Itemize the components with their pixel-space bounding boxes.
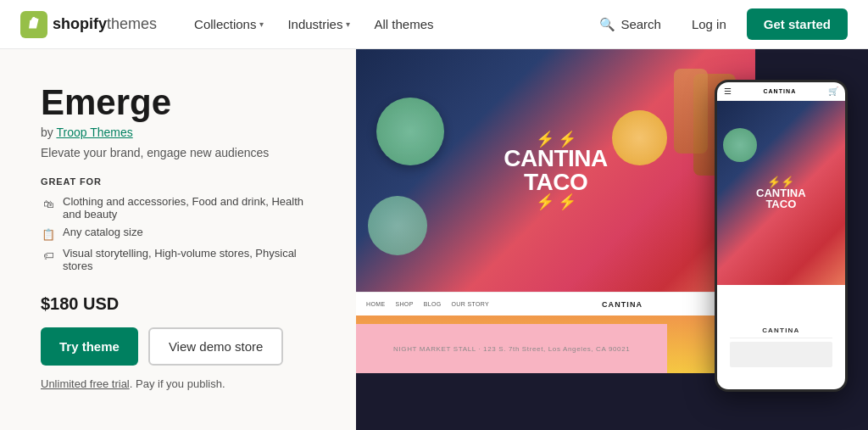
mobile-hero-text: ⚡⚡ CANTINA TACO: [756, 176, 806, 209]
theme-info-panel: Emerge by Troop Themes Elevate your bran…: [0, 49, 356, 430]
lightning-icon-bottom: ⚡ ⚡: [504, 194, 608, 209]
preview-container: ⚡ ⚡ CANTINA TACO ⚡ ⚡ NIGHT MARKET STALL …: [356, 49, 868, 430]
mobile-bottom: CANTINA: [717, 285, 845, 392]
login-button[interactable]: Log in: [678, 10, 740, 38]
nav-links: Collections ▾ Industries ▾ All themes: [184, 10, 589, 38]
food-decoration-bottle2: [674, 69, 708, 154]
mobile-hero: ⚡⚡ CANTINA TACO: [717, 101, 845, 285]
great-for-label: GREAT FOR: [41, 176, 322, 187]
hero-main-text: ⚡ ⚡ CANTINA TACO ⚡ ⚡: [504, 131, 608, 209]
preview-panel: ⚡ ⚡ CANTINA TACO ⚡ ⚡ NIGHT MARKET STALL …: [356, 49, 868, 430]
mobile-content-placeholder: [730, 342, 832, 367]
search-icon: 🔍: [599, 17, 615, 32]
logo[interactable]: shopifythemes: [20, 11, 157, 38]
food-decoration-glass: [612, 110, 667, 165]
mobile-food-deco1: [723, 128, 757, 162]
feature-categories: 🛍 Clothing and accessories, Food and dri…: [41, 195, 322, 221]
chevron-down-icon: ▾: [259, 20, 264, 29]
hero-bg: ⚡ ⚡ CANTINA TACO ⚡ ⚡: [356, 49, 755, 292]
chevron-down-icon: ▾: [346, 20, 350, 29]
shopify-bag-icon: [20, 11, 47, 38]
theme-title: Emerge: [41, 83, 322, 122]
logo-text: shopifythemes: [53, 15, 157, 33]
mobile-preview: ☰ CANTINA 🛒 ⚡⚡ CANTINA TACO CANTINA: [715, 80, 848, 392]
theme-author: by Troop Themes: [41, 126, 322, 139]
nav-industries[interactable]: Industries ▾: [277, 10, 360, 38]
free-trial-link[interactable]: Unlimited free trial: [41, 377, 130, 390]
free-trial-text: Unlimited free trial. Pay if you publish…: [41, 377, 322, 390]
theme-tagline: Elevate your brand, engage new audiences: [41, 146, 322, 159]
navbar: shopifythemes Collections ▾ Industries ▾…: [0, 0, 868, 49]
cta-buttons: Try theme View demo store: [41, 327, 322, 366]
nav-all-themes[interactable]: All themes: [364, 10, 443, 38]
pink-band: NIGHT MARKET STALL · 123 S. 7th Street, …: [356, 324, 667, 372]
food-decoration-bowl: [376, 98, 444, 165]
nav-collections[interactable]: Collections ▾: [184, 10, 274, 38]
clothing-icon: 🛍: [41, 196, 56, 211]
catalog-icon: 📋: [41, 226, 56, 242]
search-button[interactable]: 🔍 Search: [589, 10, 671, 39]
try-theme-button[interactable]: Try theme: [41, 327, 138, 366]
hamburger-icon: ☰: [724, 87, 732, 96]
desktop-preview: ⚡ ⚡ CANTINA TACO ⚡ ⚡ NIGHT MARKET STALL …: [356, 49, 755, 373]
preview-nav: HOME SHOP BLOG OUR STORY CANTINA: [356, 292, 755, 316]
food-decoration-bowl2: [368, 196, 427, 255]
view-demo-button[interactable]: View demo store: [148, 327, 283, 366]
divider: [730, 338, 832, 338]
feature-storytelling: 🏷 Visual storytelling, High-volume store…: [41, 247, 322, 272]
tag-icon: 🏷: [41, 248, 56, 263]
author-link[interactable]: Troop Themes: [56, 126, 132, 139]
theme-price: $180 USD: [41, 294, 322, 314]
nav-actions: 🔍 Search Log in Get started: [589, 8, 848, 40]
get-started-button[interactable]: Get started: [747, 8, 848, 40]
features-list: 🛍 Clothing and accessories, Food and dri…: [41, 195, 322, 277]
main-content: Emerge by Troop Themes Elevate your bran…: [0, 49, 868, 430]
mobile-nav-bar: ☰ CANTINA 🛒: [717, 82, 845, 101]
feature-catalog: 📋 Any catalog size: [41, 226, 322, 242]
cart-icon: 🛒: [828, 87, 838, 96]
